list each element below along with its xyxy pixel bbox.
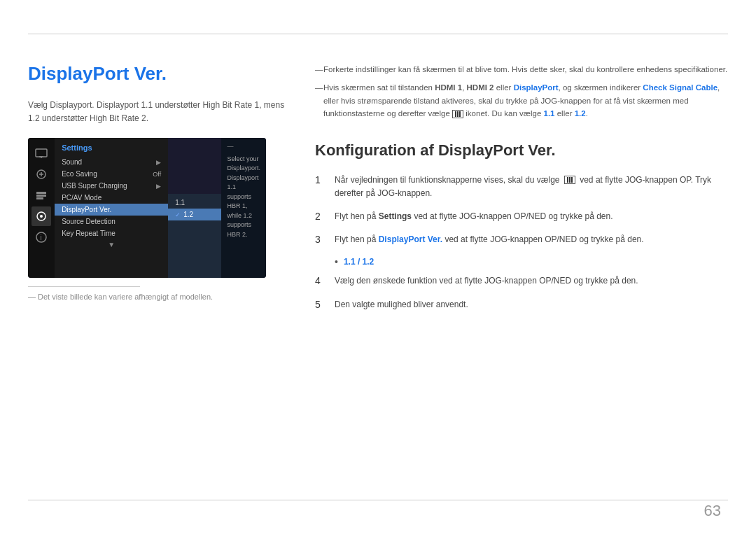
monitor-submenu: 1.1 ✓ 1.2 xyxy=(168,194,221,278)
note-2: Hvis skærmen sat til tilstanden HDMI 1, … xyxy=(315,81,728,120)
step2-settings: Settings xyxy=(379,211,412,221)
monitor-sidebar: i xyxy=(28,138,55,278)
step-text-2: Flyt hen på Settings ved at flytte JOG-k… xyxy=(335,210,728,223)
bottom-divider xyxy=(28,500,728,500)
monitor-icon-5: i xyxy=(31,227,51,247)
menu-item-pcav: PC/AV Mode xyxy=(55,192,168,204)
page-number: 63 xyxy=(704,502,721,520)
right-column: Forkerte indstillinger kan få skærmen ti… xyxy=(315,42,728,492)
step3-dp: DisplayPort Ver. xyxy=(379,234,442,244)
note-dp: DisplayPort xyxy=(514,83,559,92)
monitor-menu: Settings Sound▶ Eco SavingOff USB Super … xyxy=(55,138,168,278)
monitor-icon-4 xyxy=(31,206,51,226)
step-text-1: Når vejledningen til funktionsknapperne … xyxy=(335,174,728,200)
step-number-2: 2 xyxy=(315,211,326,222)
description: Vælg Displayport. Displayport 1.1 unders… xyxy=(28,99,294,125)
steps-container: 1 Når vejledningen til funktionsknappern… xyxy=(315,174,728,311)
submenu-item-1: 1.1 xyxy=(168,197,221,209)
footnote: — Det viste billede kan variere afhængig… xyxy=(28,293,294,301)
menu-item-sound: Sound▶ xyxy=(55,156,168,168)
svg-rect-4 xyxy=(36,192,46,194)
icon-box-note xyxy=(452,110,463,118)
note-v1: 1.1 xyxy=(544,109,555,118)
step-text-3: Flyt hen på DisplayPort Ver. ved at flyt… xyxy=(335,233,728,246)
step-text-5: Den valgte mulighed bliver anvendt. xyxy=(335,298,728,311)
page-title: DisplayPort Ver. xyxy=(28,63,294,85)
note-hdmi2: HDMI 2 xyxy=(467,83,494,92)
menu-header: Settings xyxy=(55,141,168,156)
step-number-3: 3 xyxy=(315,234,326,245)
step-number-4: 4 xyxy=(315,275,326,286)
menu-item-source: Source Detection xyxy=(55,216,168,227)
svg-rect-0 xyxy=(36,149,47,157)
step-number-1: 1 xyxy=(315,174,326,185)
note-signal: Check Signal Cable xyxy=(643,83,718,92)
bullet-item: • 1.1 / 1.2 xyxy=(335,256,728,267)
note-hdmi1: HDMI 1 xyxy=(435,83,462,92)
monitor-icon-3 xyxy=(31,185,51,205)
top-divider xyxy=(28,34,728,34)
step-5: 5 Den valgte mulighed bliver anvendt. xyxy=(315,298,728,311)
monitor-icon-2 xyxy=(31,164,51,184)
bullet-dot: • xyxy=(335,256,338,267)
step-2: 2 Flyt hen på Settings ved at flytte JOG… xyxy=(315,210,728,223)
menu-item-usb: USB Super Charging▶ xyxy=(55,180,168,192)
svg-point-8 xyxy=(40,215,43,218)
note-v2: 1.2 xyxy=(575,109,586,118)
left-column: DisplayPort Ver. Vælg Displayport. Displ… xyxy=(28,42,294,492)
monitor-screenshot: i Settings Sound▶ Eco SavingOff USB Supe… xyxy=(28,138,266,278)
note-1: Forkerte indstillinger kan få skærmen ti… xyxy=(315,63,728,76)
monitor-info-text: Select your Displayport. Displayport 1.1… xyxy=(227,155,260,240)
svg-text:i: i xyxy=(40,234,41,241)
monitor-info: — Select your Displayport. Displayport 1… xyxy=(221,138,266,278)
bullet-text: 1.1 / 1.2 xyxy=(344,257,374,267)
monitor-icon-1 xyxy=(31,143,51,163)
step-1: 1 Når vejledningen til funktionsknappern… xyxy=(315,174,728,200)
step-4: 4 Vælg den ønskede funktion ved at flytt… xyxy=(315,274,728,288)
step-text-4: Vælg den ønskede funktion ved at flytte … xyxy=(335,274,728,288)
section-title: Konfiguration af DisplayPort Ver. xyxy=(315,141,728,160)
submenu-item-2: ✓ 1.2 xyxy=(168,209,221,220)
menu-item-keyrepeat: Key Repeat Time xyxy=(55,227,168,239)
step-number-5: 5 xyxy=(315,299,326,310)
icon-box-step1 xyxy=(564,176,575,184)
footnote-divider xyxy=(28,286,140,287)
menu-item-displayport: DisplayPort Ver. xyxy=(55,204,168,216)
menu-item-eco: Eco SavingOff xyxy=(55,168,168,180)
svg-rect-5 xyxy=(36,195,46,197)
svg-rect-6 xyxy=(36,197,43,199)
step-3: 3 Flyt hen på DisplayPort Ver. ved at fl… xyxy=(315,233,728,246)
